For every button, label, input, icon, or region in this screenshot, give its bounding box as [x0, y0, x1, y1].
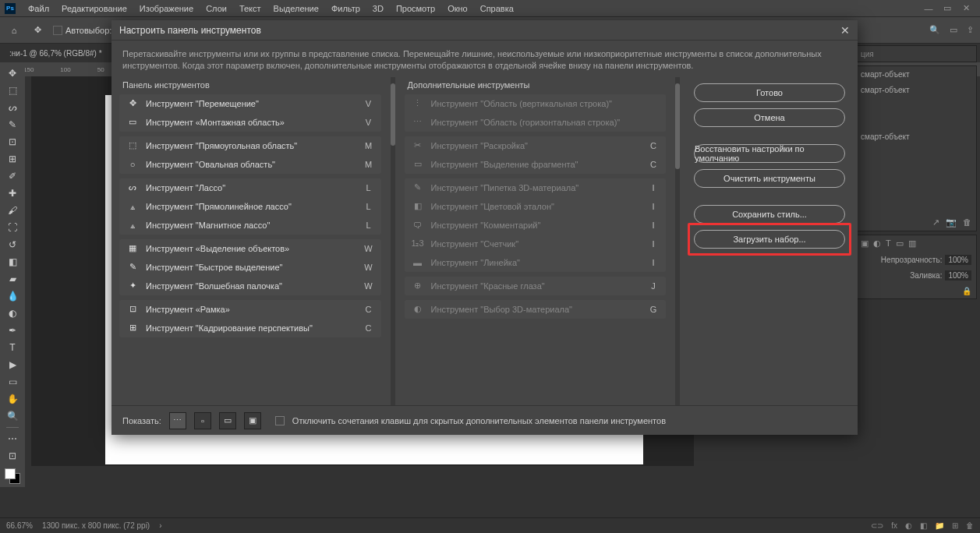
- move-tool-icon[interactable]: ✥: [30, 23, 45, 38]
- link-icon[interactable]: ⊂⊃: [871, 521, 883, 530]
- panel-icon-5[interactable]: ▥: [908, 238, 916, 249]
- tool-row[interactable]: ▬Инструмент "Линейка"I: [405, 253, 667, 272]
- menu-window[interactable]: Окно: [441, 4, 474, 13]
- tool-row[interactable]: ᔕИнструмент "Лассо"L: [119, 178, 381, 197]
- tool-type[interactable]: T: [5, 340, 20, 355]
- tool-heal[interactable]: ✚: [5, 185, 20, 201]
- menu-view[interactable]: Просмотр: [390, 4, 441, 13]
- tool-zoom[interactable]: 🔍: [5, 408, 20, 424]
- fx-icon[interactable]: fx: [891, 521, 897, 530]
- tool-marquee[interactable]: ⬚: [5, 83, 20, 98]
- autoselect-checkbox[interactable]: [53, 26, 62, 35]
- tool-row[interactable]: ⟁Инструмент "Прямолинейное лассо"L: [119, 197, 381, 216]
- tool-blur[interactable]: 💧: [5, 288, 20, 304]
- tool-row[interactable]: ▭Инструмент "Выделение фрагмента"C: [405, 155, 667, 174]
- tool-row[interactable]: ✎Инструмент "Быстрое выделение"W: [119, 258, 381, 277]
- restore-defaults-button[interactable]: Восстановить настройки по умолчанию: [694, 144, 845, 163]
- tool-row[interactable]: ⬚Инструмент "Прямоугольная область"M: [119, 136, 381, 155]
- clear-tools-button[interactable]: Очистить инструменты: [694, 169, 845, 188]
- tool-dodge[interactable]: ◐: [5, 305, 20, 321]
- search-icon[interactable]: 🔍: [929, 25, 940, 35]
- tool-path-select[interactable]: ▶: [5, 357, 20, 372]
- tool-brush[interactable]: 🖌: [5, 203, 20, 218]
- tool-row[interactable]: ▭Инструмент «Монтажная область»V: [119, 113, 381, 132]
- menu-help[interactable]: Справка: [474, 4, 520, 13]
- tool-row[interactable]: ○Инструмент "Овальная область"M: [119, 155, 381, 174]
- window-close[interactable]: ✕: [957, 3, 975, 13]
- tool-row[interactable]: ⊕Инструмент "Красные глаза"J: [405, 277, 667, 295]
- tool-gradient[interactable]: ▰: [5, 271, 20, 287]
- menu-layers[interactable]: Слои: [200, 4, 233, 13]
- tool-quick-select[interactable]: ✎: [5, 117, 20, 132]
- toolbar-list[interactable]: ✥Инструмент "Перемещение"V▭Инструмент «М…: [119, 94, 381, 405]
- panel-icon-1[interactable]: ▣: [861, 238, 869, 249]
- tool-row[interactable]: ⋮Инструмент "Область (вертикальная строк…: [405, 94, 667, 113]
- show-option-3[interactable]: ▭: [219, 412, 236, 429]
- tool-row[interactable]: ⊞Инструмент "Кадрирование перспективы"C: [119, 319, 381, 337]
- tool-frame[interactable]: ⊞: [5, 151, 20, 167]
- zoom-level[interactable]: 66.67%: [6, 521, 33, 530]
- doc-size[interactable]: 1300 пикс. x 800 пикс. (72 ppi): [42, 521, 150, 530]
- tool-history[interactable]: ↺: [5, 237, 20, 252]
- show-option-4[interactable]: ▣: [244, 412, 261, 429]
- menu-filter[interactable]: Фильтр: [325, 4, 366, 13]
- panel-icon-2[interactable]: ◐: [873, 238, 881, 249]
- tool-row[interactable]: ✎Инструмент "Пипетка 3D-материала"I: [405, 178, 667, 197]
- toolbar-scrollbar[interactable]: [391, 83, 395, 146]
- export-icon[interactable]: ↗: [932, 217, 939, 228]
- tool-more[interactable]: ⋯: [5, 431, 20, 447]
- mask-icon[interactable]: ◐: [905, 521, 912, 530]
- tool-edit-toolbar[interactable]: ⊡: [5, 448, 20, 464]
- panel-smart-3[interactable]: смарт-объект: [856, 129, 976, 144]
- new-layer-icon[interactable]: ⊞: [952, 521, 958, 530]
- tool-row[interactable]: ◧Инструмент "Цветовой эталон"I: [405, 197, 667, 216]
- tool-row[interactable]: ⋯Инструмент "Область (горизонтальная стр…: [405, 113, 667, 132]
- menu-image[interactable]: Изображение: [133, 4, 200, 13]
- extra-list[interactable]: ⋮Инструмент "Область (вертикальная строк…: [405, 94, 667, 405]
- folder-icon[interactable]: 📁: [935, 521, 944, 530]
- panel-icon-4[interactable]: ▭: [896, 238, 904, 249]
- tool-row[interactable]: ✂Инструмент "Раскройка"C: [405, 136, 667, 155]
- load-preset-button[interactable]: Загрузить набор...: [694, 230, 845, 249]
- menu-3d[interactable]: 3D: [366, 4, 390, 13]
- menu-text[interactable]: Текст: [233, 4, 267, 13]
- save-preset-button[interactable]: Сохранить стиль...: [694, 205, 845, 224]
- document-tab[interactable]: :ни-1 @ 66,7% (RGB/8#) *: [3, 49, 108, 58]
- tool-eyedropper[interactable]: ✐: [5, 168, 20, 184]
- tool-stamp[interactable]: ⛶: [5, 220, 20, 235]
- menu-select[interactable]: Выделение: [267, 4, 325, 13]
- tool-row[interactable]: ⊡Инструмент «Рамка»C: [119, 300, 381, 319]
- extra-scrollbar[interactable]: [675, 83, 680, 169]
- tool-lasso[interactable]: ᔕ: [5, 100, 20, 115]
- share-icon[interactable]: ⇪: [967, 25, 974, 35]
- panel-smart-1[interactable]: смарт-объект: [856, 66, 976, 82]
- adjust-icon[interactable]: ◧: [920, 521, 927, 530]
- panel-smart-2[interactable]: смарт-объект: [856, 82, 976, 97]
- delete-icon[interactable]: 🗑: [966, 521, 974, 530]
- done-button[interactable]: Готово: [694, 83, 845, 102]
- tool-hand[interactable]: ✋: [5, 391, 20, 407]
- home-icon[interactable]: ⌂: [6, 23, 22, 38]
- doc-info-chevron[interactable]: ›: [159, 521, 161, 530]
- tool-row[interactable]: ▦Инструмент «Выделение объектов»W: [119, 239, 381, 258]
- window-restore[interactable]: ▭: [938, 3, 957, 13]
- workspace-icon[interactable]: ▭: [950, 25, 957, 35]
- menu-edit[interactable]: Редактирование: [55, 4, 133, 13]
- panel-icon-3[interactable]: T: [886, 238, 891, 249]
- menu-file[interactable]: Файл: [22, 4, 55, 13]
- tool-rectangle[interactable]: ▭: [5, 374, 20, 390]
- show-option-2[interactable]: ▫: [194, 412, 211, 429]
- tool-eraser[interactable]: ◧: [5, 254, 20, 270]
- tool-row[interactable]: 1₂3Инструмент "Счетчик"I: [405, 235, 667, 253]
- color-swatches[interactable]: [5, 468, 20, 484]
- cancel-button[interactable]: Отмена: [694, 108, 845, 127]
- opacity-value[interactable]: 100%: [945, 255, 971, 265]
- camera-icon[interactable]: 📷: [946, 217, 957, 228]
- lock-icon[interactable]: 🔒: [962, 287, 971, 295]
- tool-row[interactable]: ✦Инструмент "Волшебная палочка"W: [119, 277, 381, 295]
- tool-row[interactable]: 🗨Инструмент "Комментарий"I: [405, 216, 667, 235]
- trash-icon[interactable]: 🗑: [963, 217, 971, 228]
- tool-row[interactable]: ◐Инструмент "Выбор 3D-материала"G: [405, 300, 667, 319]
- tool-crop[interactable]: ⊡: [5, 134, 20, 150]
- dialog-close-button[interactable]: ✕: [840, 24, 850, 37]
